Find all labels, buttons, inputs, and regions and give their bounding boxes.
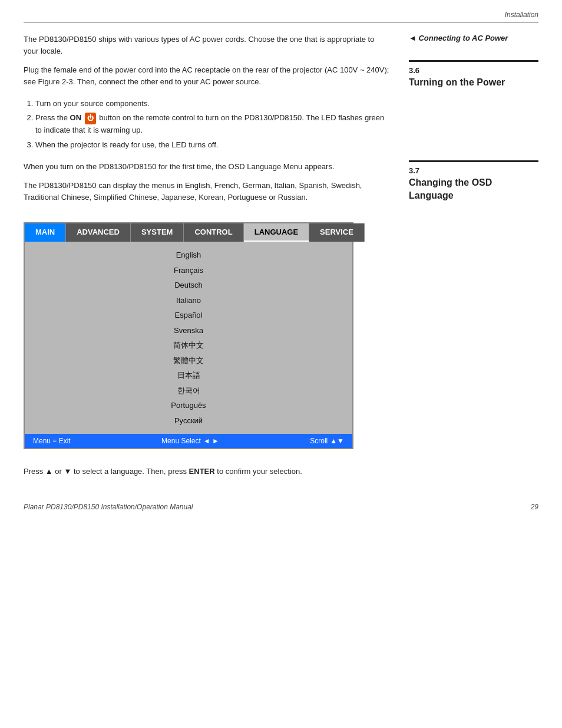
manual-title: Planar PD8130/PD8150 Installation/Operat…	[24, 503, 193, 511]
step2-text: Press the ON ⏻ button on the remote cont…	[35, 113, 384, 134]
step3-text: When the projector is ready for use, the…	[35, 140, 218, 149]
enter-label: ENTER	[189, 467, 215, 476]
lang-simplified-chinese: 简体中文	[25, 338, 352, 353]
menu-exit-label: Menu = Exit	[33, 437, 71, 445]
lang-english: English	[25, 248, 352, 263]
lang-traditional-chinese: 繁體中文	[25, 353, 352, 368]
page-number: 29	[531, 503, 538, 511]
press-suffix: to confirm your selection.	[215, 467, 302, 476]
list-item: Turn on your source components.	[35, 98, 391, 110]
select-arrows: ◄ ►	[203, 437, 219, 445]
osd-tab-control: CONTROL	[184, 223, 243, 242]
para1: The PD8130/PD8150 ships with various typ…	[24, 34, 391, 57]
main-layout: The PD8130/PD8150 ships with various typ…	[0, 23, 562, 476]
press-para: Press ▲ or ▼ to select a language. Then,…	[24, 467, 391, 476]
lang-japanese: 日本語	[25, 368, 352, 383]
lang-russian: Русский	[25, 413, 352, 429]
osd-tab-main: MAIN	[25, 223, 66, 242]
osd-tab-advanced: ADVANCED	[66, 223, 131, 242]
para4: The PD8130/PD8150 can display the menus …	[24, 180, 391, 203]
list-item: Press the ON ⏻ button on the remote cont…	[35, 112, 391, 137]
section36-title: Turning on the Power	[409, 76, 538, 89]
section37-rule	[409, 160, 538, 162]
section37-title: Changing the OSD Language	[409, 176, 538, 203]
osd-tab-language: LANGUAGE	[244, 223, 309, 242]
page-footer: Planar PD8130/PD8150 Installation/Operat…	[0, 493, 562, 521]
page-header: Installation	[0, 0, 562, 22]
connecting-label: Connecting to AC Power	[409, 34, 538, 42]
lang-italiano: Italiano	[25, 293, 352, 308]
right-sidebar: Connecting to AC Power 3.6 Turning on th…	[409, 23, 538, 476]
lang-korean: 한국어	[25, 383, 352, 398]
press-prefix: Press ▲ or ▼ to select a language. Then,…	[24, 467, 189, 476]
osd-tabs: MAIN ADVANCED SYSTEM CONTROL LANGUAGE SE…	[25, 223, 352, 242]
list-item: When the projector is ready for use, the…	[35, 139, 391, 151]
footer-menu-exit: Menu = Exit	[33, 437, 71, 445]
lang-espanol: Español	[25, 308, 352, 323]
step1-text: Turn on your source components.	[35, 99, 150, 108]
section36: 3.6 Turning on the Power	[409, 60, 538, 90]
scroll-label: Scroll	[310, 437, 328, 445]
footer-scroll: Scroll ▲▼	[310, 437, 344, 445]
para2: Plug the female end of the power cord in…	[24, 64, 391, 88]
lang-francais: Français	[25, 263, 352, 278]
footer-menu-select: Menu Select ◄ ►	[161, 437, 219, 445]
menu-select-label: Menu Select	[161, 437, 201, 445]
para3: When you turn on the PD8130/PD8150 for t…	[24, 161, 391, 173]
on-badge: ⏻	[85, 113, 96, 124]
scroll-arrows: ▲▼	[330, 437, 344, 445]
section36-number: 3.6	[409, 65, 538, 76]
osd-tab-system: SYSTEM	[131, 223, 184, 242]
osd-menu-footer: Menu = Exit Menu Select ◄ ► Scroll ▲▼	[25, 434, 352, 448]
left-content: The PD8130/PD8150 ships with various typ…	[24, 23, 391, 476]
section37: 3.7 Changing the OSD Language	[409, 160, 538, 203]
page-container: Installation The PD8130/PD8150 ships wit…	[0, 0, 562, 728]
osd-tab-service: SERVICE	[309, 223, 365, 242]
osd-menu-screenshot: MAIN ADVANCED SYSTEM CONTROL LANGUAGE SE…	[24, 222, 353, 449]
section37-number: 3.7	[409, 166, 538, 176]
osd-menu-body: English Français Deutsch Italiano Españo…	[25, 242, 352, 434]
connecting-section: Connecting to AC Power	[409, 34, 538, 42]
lang-deutsch: Deutsch	[25, 278, 352, 293]
lang-svenska: Svenska	[25, 323, 352, 338]
header-title: Installation	[505, 11, 538, 19]
lang-portuguese: Português	[25, 398, 352, 413]
section36-rule	[409, 60, 538, 62]
steps-list: Turn on your source components. Press th…	[35, 98, 391, 151]
